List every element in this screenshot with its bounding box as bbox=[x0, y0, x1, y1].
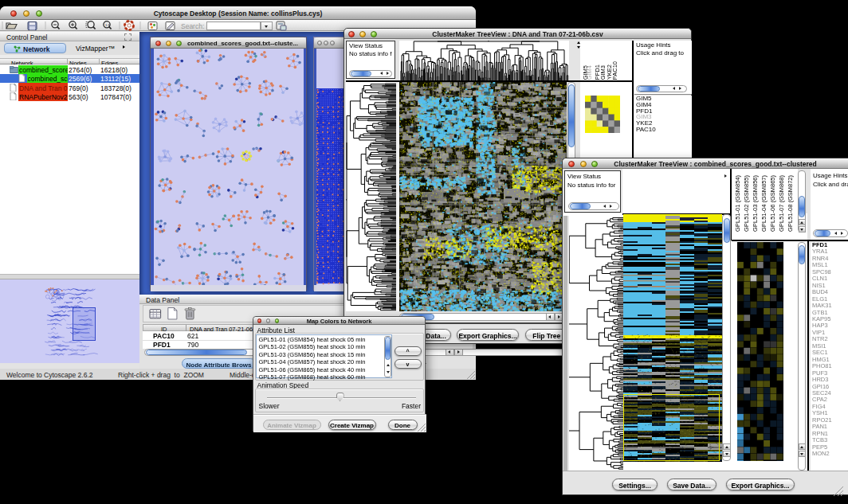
svg-text:1:1: 1:1 bbox=[105, 23, 110, 27]
